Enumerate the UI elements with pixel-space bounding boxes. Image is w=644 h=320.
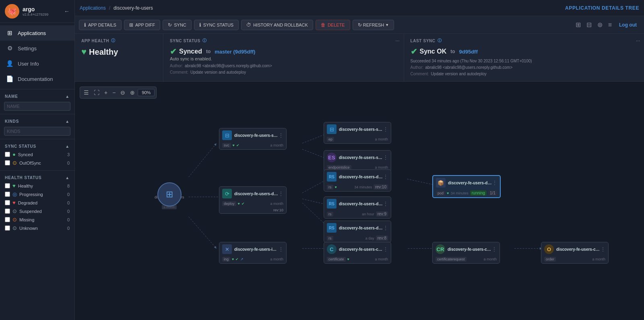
app-details-icon: ℹ	[84, 22, 86, 28]
sync-status-button[interactable]: ℹ SYNC STATUS	[194, 20, 239, 30]
node-deployment-dots[interactable]: ⋮	[279, 191, 283, 196]
missing-icon: ⊙	[12, 217, 17, 223]
sync-branch[interactable]: master (9d95dff)	[215, 49, 255, 55]
breadcrumb-applications[interactable]: Applications	[80, 5, 106, 11]
view-grid-icon[interactable]: ⊟	[585, 19, 593, 30]
node-cr-dots[interactable]: ⋮	[492, 246, 497, 252]
health-status-filter-header[interactable]: HEALTH STATUS ▲	[4, 174, 70, 182]
node-rs1[interactable]: RS discovery-fe-users-deployme... ⋮ rs ♥…	[324, 169, 391, 192]
refresh-button[interactable]: ↻ REFRESH ▼	[353, 20, 394, 30]
last-sync-comment-label: Comment:	[411, 72, 429, 76]
sync-button[interactable]: ↻ SYNC	[163, 20, 192, 30]
node-rs3-dots[interactable]: ⋮	[383, 225, 388, 231]
degraded-checkbox[interactable]	[5, 200, 10, 205]
view-tree-icon[interactable]: ⊞	[574, 19, 582, 30]
app-diff-icon: ⊞	[129, 22, 133, 28]
node-ingress[interactable]: ✕ discovery-fe-users-ingress ⋮ ing ♥ ✔ ↗…	[219, 242, 287, 264]
node-cert[interactable]: C discovery-fe-users-cert ⋮ certificate …	[324, 242, 391, 264]
outofsync-checkbox[interactable]	[5, 160, 10, 165]
sidebar-item-userinfo[interactable]: 👤 User Info	[0, 56, 74, 71]
suspended-label: Suspended	[19, 209, 62, 214]
canvas-fullscreen-btn[interactable]: ⛶	[92, 88, 101, 97]
back-button[interactable]: ←	[64, 8, 70, 14]
ingress-link[interactable]: ↗	[240, 257, 244, 261]
sync-status-filter-header[interactable]: SYNC STATUS ▲	[4, 142, 70, 150]
canvas-minus-btn[interactable]: −	[110, 88, 118, 97]
node-pod-dots[interactable]: ⋮	[492, 180, 497, 186]
toolbar-right: ⊞ ⊟ ⊛ ≡ Log out	[574, 19, 640, 30]
rs3-rev: rev:8	[376, 235, 388, 241]
node-svc-dots[interactable]: ⋮	[279, 132, 283, 138]
sync-status-info-icon: ⓘ	[202, 38, 207, 43]
node-rs3-title: discovery-fe-users-deployme...	[339, 226, 383, 230]
node-cert-dots[interactable]: ⋮	[383, 246, 388, 252]
node-root[interactable]: ⊞	[157, 182, 182, 206]
node-order-dots[interactable]: ⋮	[601, 246, 605, 252]
sidebar-item-settings[interactable]: ⚙ Settings	[0, 41, 74, 56]
canvas-zoom-in-btn[interactable]: ⊕	[128, 88, 137, 97]
health-heart-icon: ♥	[81, 47, 87, 57]
app-diff-button[interactable]: ⊞ APP DIFF	[124, 20, 160, 30]
view-list-icon[interactable]: ≡	[607, 20, 613, 30]
node-svc2[interactable]: ⊟ discovery-fe-users-service ⋮ ep a mont…	[324, 122, 391, 144]
cert-health: ♥	[347, 257, 349, 261]
logout-button[interactable]: Log out	[616, 20, 640, 30]
app-details-tree-link[interactable]: APPLICATION DETAILS TREE	[565, 5, 639, 11]
healthy-label: Healthy	[18, 184, 62, 188]
rs3-time: a day	[365, 236, 374, 240]
node-svc2-dots[interactable]: ⋮	[383, 126, 388, 132]
node-deployment[interactable]: ⟳ discovery-fe-users-deployment ⋮ deploy…	[219, 186, 287, 214]
rs2-rev: rev:9	[376, 211, 388, 217]
node-cr[interactable]: CR discovery-fe-users-cert-1 ⋮ certifica…	[432, 242, 500, 264]
logo-text-group: argo v2.8.4+c279299	[23, 6, 48, 17]
filter-unknown: ⊙ Unknown 0	[4, 224, 70, 232]
name-filter-input[interactable]	[4, 102, 70, 111]
rs2-icon: RS	[327, 199, 336, 209]
filter-outofsync: ⊙ OutOfSync 0	[4, 159, 70, 167]
last-sync-commit[interactable]: 9d95dff	[459, 49, 478, 55]
delete-button[interactable]: 🗑 DELETE	[316, 20, 350, 30]
node-svc2-header: ⊟ discovery-fe-users-service ⋮	[324, 122, 391, 136]
healthy-checkbox[interactable]	[5, 183, 10, 188]
canvas-zoom-out-btn[interactable]: ⊖	[118, 88, 127, 97]
missing-checkbox[interactable]	[5, 217, 10, 222]
last-sync-more[interactable]: ···	[636, 38, 640, 43]
view-network-icon[interactable]: ⊛	[596, 19, 604, 30]
auto-sync-label: Auto sync is enabled.	[170, 56, 397, 61]
synced-checkbox[interactable]	[5, 152, 10, 157]
node-rs2-dots[interactable]: ⋮	[383, 201, 388, 206]
node-svc[interactable]: ⊟ discovery-fe-users-service ⋮ svc ♥ ✔ a…	[219, 128, 287, 150]
node-ingress-dots[interactable]: ⋮	[279, 246, 283, 252]
node-pod[interactable]: 📦 discovery-fe-users-deployme... ⋮ pod ♥…	[432, 175, 501, 198]
node-es-dots[interactable]: ⋮	[383, 155, 388, 160]
kinds-filter-input[interactable]	[4, 127, 70, 136]
sync-author-label: Author:	[170, 64, 183, 68]
canvas-plus-btn[interactable]: +	[102, 88, 109, 97]
unknown-checkbox[interactable]	[5, 225, 10, 231]
filter-synced: ● Synced 3	[4, 150, 70, 159]
node-rs1-dots[interactable]: ⋮	[383, 174, 388, 180]
progressing-checkbox[interactable]	[5, 192, 10, 197]
sync-meta: Author: abralic98 <abralic98@users.norep…	[170, 63, 397, 76]
name-filter-header[interactable]: NAME ▲	[4, 93, 70, 100]
node-rs3[interactable]: RS discovery-fe-users-deployme... ⋮ rs a…	[324, 221, 391, 243]
sync-to-label: to	[206, 49, 211, 54]
sidebar-item-documentation[interactable]: 📄 Documentation	[0, 71, 74, 87]
node-cr-footer: certificaterequest a month	[433, 256, 500, 263]
suspended-checkbox[interactable]	[5, 209, 10, 214]
canvas-list-btn[interactable]: ☰	[82, 88, 91, 97]
app-details-button[interactable]: ℹ APP DETAILS	[79, 20, 122, 30]
node-es[interactable]: ES discovery-fe-users-service-xc... ⋮ en…	[324, 150, 391, 172]
history-rollback-button[interactable]: ⏱ HISTORY AND ROLLBACK	[241, 20, 313, 30]
degraded-icon: ♥	[12, 200, 16, 206]
sidebar-item-applications[interactable]: ⊞ Applications	[0, 25, 74, 41]
last-sync-comment: Update version and autodeploy	[431, 72, 486, 76]
node-rs1-title: discovery-fe-users-deployme...	[339, 175, 383, 179]
sync-status-more[interactable]: ···	[395, 38, 399, 43]
node-order[interactable]: O discovery-fe-users-cert-1-397... ⋮ ord…	[541, 242, 609, 264]
refresh-icon: ↻	[358, 22, 362, 28]
node-rs3-header: RS discovery-fe-users-deployme... ⋮	[324, 221, 391, 235]
sync-icon: ↻	[168, 22, 172, 28]
kinds-filter-header[interactable]: KINDS ▲	[4, 118, 70, 125]
node-rs2[interactable]: RS discovery-fe-users-deployme... ⋮ rs a…	[324, 196, 391, 219]
